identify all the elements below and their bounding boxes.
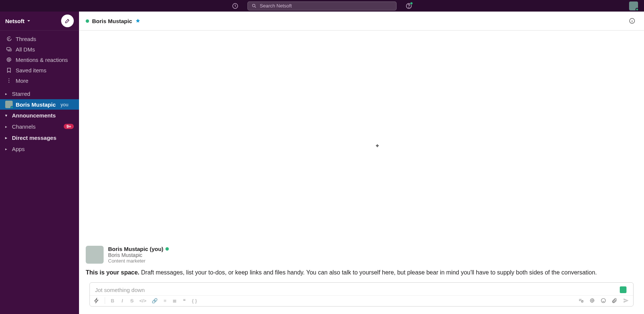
more-icon xyxy=(6,78,12,84)
channel-header: Boris Mustapic xyxy=(79,12,644,31)
sidebar-item-label: Mentions & reactions xyxy=(16,57,68,63)
intro-display-name: Boris Mustapic (you) xyxy=(108,246,163,252)
composer-toolbar: B I S </> 🔗 ≡ ≣ ❝ { } xyxy=(90,295,633,306)
svg-point-1 xyxy=(252,4,255,7)
message-composer: Jot something down B I S </> xyxy=(89,282,634,307)
sidebar-item-mentions[interactable]: Mentions & reactions xyxy=(0,54,79,65)
code-block-icon[interactable]: { } xyxy=(192,298,197,304)
toolbar-separator xyxy=(105,297,105,304)
help-icon[interactable] xyxy=(405,3,412,9)
sidebar-self-dm[interactable]: Boris Mustapic you xyxy=(0,99,79,110)
svg-point-7 xyxy=(9,80,9,81)
link-icon[interactable]: 🔗 xyxy=(152,298,158,304)
bulleted-list-icon[interactable]: ≣ xyxy=(173,298,177,304)
section-label: Announcements xyxy=(12,112,56,119)
presence-dot xyxy=(86,19,89,23)
chevron-down-icon xyxy=(26,18,31,23)
sidebar-item-label: All DMs xyxy=(16,46,35,53)
help-notification-dot xyxy=(410,2,413,5)
svg-point-5 xyxy=(8,59,10,61)
caret-right-icon: ▸ xyxy=(5,147,9,151)
sidebar-item-threads[interactable]: Threads xyxy=(0,34,79,44)
sidebar-item-more[interactable]: More xyxy=(0,75,79,86)
intro-rest: Draft messages, list your to-dos, or kee… xyxy=(141,269,597,276)
workspace-header[interactable]: Netsoft xyxy=(0,12,79,31)
sidebar-section-direct-messages[interactable]: ▸ Direct messages xyxy=(0,132,79,143)
unread-badge: 9+ xyxy=(64,124,74,129)
sidebar-item-saved[interactable]: Saved items xyxy=(0,65,79,75)
section-label: Apps xyxy=(12,146,25,152)
threads-icon xyxy=(6,36,12,42)
intro-real-name: Boris Mustapic xyxy=(108,252,169,258)
main-pane: Boris Mustapic ⌖ Boris Mustapic (you) xyxy=(79,12,644,314)
compose-button[interactable] xyxy=(61,15,74,27)
svg-rect-4 xyxy=(7,47,10,50)
user-avatar[interactable] xyxy=(629,1,638,10)
search-placeholder: Search Netsoft xyxy=(260,3,292,9)
avatar xyxy=(5,101,13,108)
caret-right-icon: ▸ xyxy=(5,125,9,129)
strikethrough-icon[interactable]: S xyxy=(130,298,134,304)
sidebar-section-channels[interactable]: ▸ Channels 9+ xyxy=(0,121,79,132)
format-icon[interactable] xyxy=(578,298,584,304)
sidebar: Netsoft Threads All DMs Ment xyxy=(0,12,79,314)
bold-icon[interactable]: B xyxy=(110,298,115,304)
send-icon[interactable] xyxy=(623,297,629,304)
avatar[interactable] xyxy=(86,246,104,264)
search-input[interactable]: Search Netsoft xyxy=(247,1,397,10)
sidebar-item-all-dms[interactable]: All DMs xyxy=(0,44,79,54)
sidebar-section-apps[interactable]: ▸ Apps xyxy=(0,143,79,154)
italic-icon[interactable]: I xyxy=(120,298,124,304)
presence-dot xyxy=(165,247,169,251)
composer-input[interactable]: Jot something down xyxy=(90,283,633,295)
blockquote-icon[interactable]: ❝ xyxy=(182,298,187,304)
attach-icon[interactable] xyxy=(612,298,618,304)
self-dm-tag: you xyxy=(61,102,69,107)
bookmark-icon xyxy=(6,67,12,73)
presence-dot xyxy=(635,8,639,11)
details-icon[interactable] xyxy=(627,16,637,26)
ordered-list-icon[interactable]: ≡ xyxy=(163,298,167,304)
shortcuts-icon[interactable] xyxy=(94,298,100,304)
section-label: Direct messages xyxy=(12,135,56,141)
caret-right-icon: ▸ xyxy=(5,92,9,96)
sidebar-section-announcements[interactable]: ▾ Announcements xyxy=(0,110,79,121)
intro-description: This is your space. Draft messages, list… xyxy=(86,268,637,277)
code-icon[interactable]: </> xyxy=(139,298,146,304)
cursor-icon: ⌖ xyxy=(376,142,379,149)
emoji-icon[interactable] xyxy=(600,298,606,304)
composer-placeholder: Jot something down xyxy=(95,287,620,293)
svg-point-3 xyxy=(409,7,409,7)
intro-lead: This is your space. xyxy=(86,269,139,276)
sidebar-section-starred[interactable]: ▸ Starred xyxy=(0,88,79,99)
sidebar-item-label: More xyxy=(16,78,28,84)
mentions-icon xyxy=(6,57,12,63)
message-area: ⌖ Boris Mustapic (you) Boris Mustapic Co… xyxy=(79,31,644,314)
channel-title[interactable]: Boris Mustapic xyxy=(92,18,132,24)
svg-point-8 xyxy=(9,82,9,83)
svg-point-11 xyxy=(601,298,605,302)
caret-down-icon: ▾ xyxy=(5,113,9,117)
star-icon[interactable] xyxy=(135,18,141,23)
intro-role: Content marketer xyxy=(108,258,169,264)
composer-status-chip[interactable] xyxy=(620,286,626,293)
svg-point-6 xyxy=(9,78,9,79)
sidebar-item-label: Saved items xyxy=(16,67,47,73)
history-icon[interactable] xyxy=(232,3,239,9)
top-bar: Search Netsoft xyxy=(0,0,644,12)
mention-icon[interactable] xyxy=(589,298,595,304)
workspace-name: Netsoft xyxy=(5,18,25,24)
dms-icon xyxy=(6,46,12,52)
section-label: Starred xyxy=(12,91,30,97)
self-intro-block: Boris Mustapic (you) Boris Mustapic Cont… xyxy=(86,246,637,264)
sidebar-item-label: Threads xyxy=(16,36,36,42)
caret-right-icon: ▸ xyxy=(5,136,9,140)
section-label: Channels xyxy=(12,123,35,130)
self-dm-name: Boris Mustapic xyxy=(16,101,56,108)
presence-dot xyxy=(10,106,13,109)
